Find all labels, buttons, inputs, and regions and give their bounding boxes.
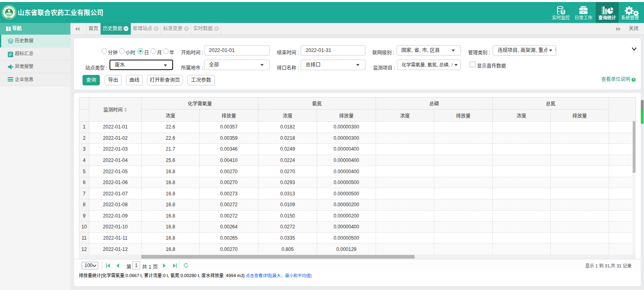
svg-text:MEE: MEE [7,17,11,19]
